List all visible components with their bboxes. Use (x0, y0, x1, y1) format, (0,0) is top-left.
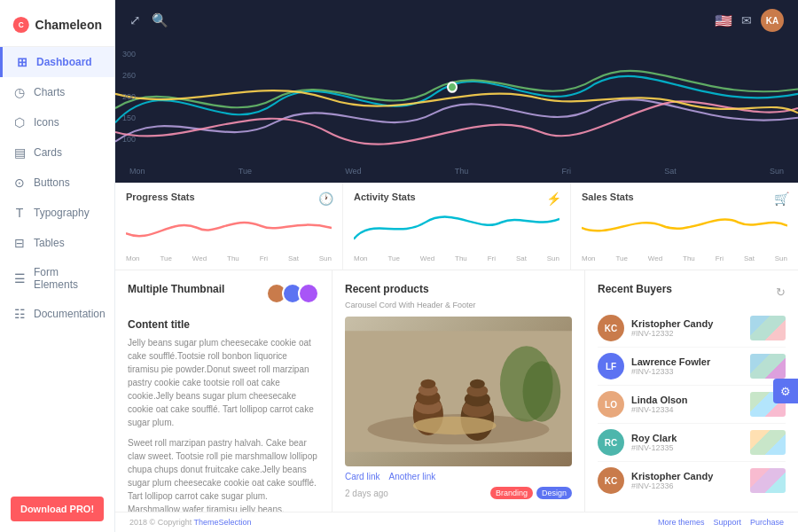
sidebar-bottom: Download PRO! (0, 486, 114, 532)
sidebar-label-docs: Documentation (34, 308, 106, 320)
svg-point-15 (470, 379, 485, 388)
buyer-id-1: #INV-12333 (631, 367, 743, 376)
product-time: 2 days ago (345, 489, 388, 498)
buyer-info-2: Linda Olson #INV-12334 (631, 395, 743, 414)
buyer-info-3: Roy Clark #INV-12335 (631, 433, 743, 452)
activity-stats-title: Activity Stats (354, 192, 559, 202)
logo-text: Chameleon (35, 18, 102, 32)
sidebar-nav: ⊞ Dashboard ◷ Charts ⬡ Icons ▤ Cards ⊙ B… (0, 47, 114, 329)
tables-icon: ⊟ (12, 236, 27, 250)
sidebar-label-buttons: Buttons (34, 176, 70, 189)
buyer-name-1: Lawrence Fowler (631, 356, 743, 367)
buyer-row-2: LO Linda Olson #INV-12334 (598, 386, 786, 424)
recent-buyers-title: Recent Buyers (598, 283, 672, 295)
recent-buyers-header: Recent Buyers ↻ (598, 283, 786, 301)
expand-icon[interactable]: ⤢ (129, 12, 141, 28)
sidebar-item-documentation[interactable]: ☷ Documentation (0, 299, 114, 329)
thumbnail-avatar-3 (298, 283, 319, 304)
sales-stats-card: Sales Stats 🛒 MonTueWedThuFriSatSun (571, 183, 798, 270)
buyer-id-3: #INV-12335 (631, 443, 743, 452)
sidebar-item-cards[interactable]: ▤ Cards (0, 137, 114, 168)
product-tags: Branding Design (490, 487, 572, 499)
sidebar-item-typography[interactable]: T Typography (0, 198, 114, 228)
sales-stats-title: Sales Stats (582, 192, 787, 202)
buyer-info-1: Lawrence Fowler #INV-12333 (631, 356, 743, 376)
product-image-area (345, 317, 572, 466)
another-link[interactable]: Another link (388, 472, 435, 481)
settings-fab[interactable]: ⚙ (773, 379, 798, 403)
icons-icon: ⬡ (12, 115, 27, 129)
progress-stats-chart (126, 206, 332, 250)
sidebar: C Chameleon ⊞ Dashboard ◷ Charts ⬡ Icons… (0, 0, 115, 532)
svg-point-18 (413, 417, 497, 434)
main-content: ⤢ 🔍 🇺🇸 ✉ KA 300 260 200 150 100 (115, 0, 798, 532)
mail-icon[interactable]: ✉ (741, 13, 752, 27)
buyer-thumbnail-0 (750, 316, 786, 340)
buyer-thumbnail-4 (750, 468, 786, 493)
sidebar-item-buttons[interactable]: ⊙ Buttons (0, 168, 114, 198)
footer-more-themes[interactable]: More themes (658, 518, 705, 527)
x-axis-labels: Mon Tue Wed Thu Fri Sat Sun (115, 167, 798, 176)
footer: 2018 © Copyright ThemeSelection More the… (115, 512, 798, 532)
recent-products-panel: Recent products Carousel Cord With Heade… (332, 270, 585, 512)
logo-icon: C (12, 12, 30, 37)
stats-cards-row: Progress Stats 🕐 MonTueWedThuFriSatSun A… (115, 183, 798, 270)
progress-stats-icon: 🕐 (318, 192, 333, 206)
user-avatar-area[interactable]: KA (761, 9, 784, 32)
tag-branding[interactable]: Branding (490, 487, 533, 499)
product-image-svg (345, 317, 572, 466)
sales-stats-chart (582, 206, 787, 250)
sidebar-label-form: Form Elements (34, 266, 102, 291)
buyer-name-3: Roy Clark (631, 433, 743, 443)
sidebar-item-dashboard[interactable]: ⊞ Dashboard (0, 47, 114, 77)
activity-stats-icon: ⚡ (546, 192, 561, 206)
product-links: Card link Another link (345, 472, 572, 481)
footer-purchase[interactable]: Purchase (750, 518, 784, 527)
svg-point-17 (523, 361, 561, 421)
content-body-2: Sweet roll marzipan pastry halvah. Cake … (128, 436, 319, 512)
topbar-left-icons: ⤢ 🔍 (129, 12, 168, 28)
content-title: Content title (128, 318, 319, 331)
progress-stats-card: Progress Stats 🕐 MonTueWedThuFriSatSun (115, 183, 343, 270)
topbar-right: 🇺🇸 ✉ KA (715, 9, 784, 32)
topbar: ⤢ 🔍 🇺🇸 ✉ KA (115, 0, 798, 41)
main-chart (115, 46, 798, 170)
settings-icon: ⚙ (780, 385, 791, 398)
download-pro-button[interactable]: Download PRO! (11, 497, 104, 521)
buyer-info-4: Kristopher Candy #INV-12336 (631, 471, 743, 490)
product-subtitle: Carousel Cord With Header & Footer (345, 301, 572, 309)
footer-brand-link[interactable]: ThemeSelection (194, 518, 252, 527)
footer-copyright: 2018 © Copyright ThemeSelection (129, 518, 252, 527)
buyer-name-2: Linda Olson (631, 395, 743, 405)
avatar: KA (761, 9, 784, 32)
charts-icon: ◷ (12, 85, 27, 99)
thumbnail-avatars (266, 283, 319, 304)
activity-stats-card: Activity Stats ⚡ MonTueWedThuFriSatSun (343, 183, 571, 270)
svg-point-2 (448, 82, 457, 92)
sidebar-item-icons[interactable]: ⬡ Icons (0, 107, 114, 137)
docs-icon: ☷ (12, 307, 27, 321)
sidebar-item-tables[interactable]: ⊟ Tables (0, 228, 114, 258)
sidebar-label-charts: Charts (34, 86, 65, 98)
sidebar-item-form-elements[interactable]: ☰ Form Elements (0, 258, 114, 299)
buyer-name-4: Kristopher Candy (631, 471, 743, 481)
buyer-row-3: RC Roy Clark #INV-12335 (598, 424, 786, 462)
buyer-id-0: #INV-12332 (631, 329, 743, 338)
buyer-avatar-3: RC (598, 429, 624, 456)
buyer-thumbnail-3 (750, 430, 786, 455)
search-icon[interactable]: 🔍 (152, 12, 168, 28)
sidebar-label-tables: Tables (34, 237, 65, 249)
buyer-avatar-2: LO (598, 391, 624, 418)
refresh-icon[interactable]: ↻ (776, 286, 786, 299)
footer-support[interactable]: Support (713, 518, 741, 527)
sales-stats-icon: 🛒 (774, 192, 789, 206)
multiple-thumbnail-title: Multiple Thumbnail (128, 283, 224, 295)
buyer-name-0: Kristopher Candy (631, 318, 743, 329)
bottom-row: Multiple Thumbnail Content title Jelly b… (115, 270, 798, 512)
card-link[interactable]: Card link (345, 472, 379, 481)
flag-icon[interactable]: 🇺🇸 (715, 12, 732, 29)
sidebar-item-charts[interactable]: ◷ Charts (0, 77, 114, 107)
buyer-row-1: LF Lawrence Fowler #INV-12333 (598, 348, 786, 386)
tag-design[interactable]: Design (536, 487, 572, 499)
content-body-1: Jelly beans sugar plum cheesecake cookie… (128, 336, 319, 429)
